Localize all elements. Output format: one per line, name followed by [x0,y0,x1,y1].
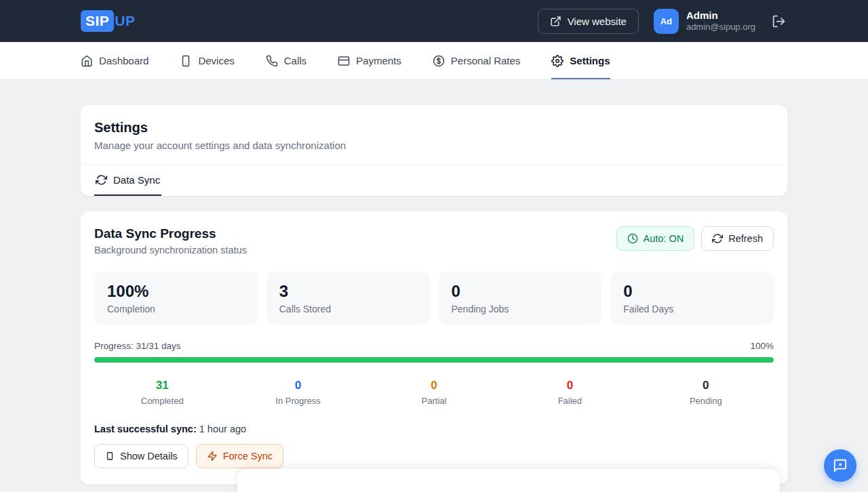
counter-label: Failed [502,396,637,406]
counter-value: 0 [366,379,502,392]
stat-label: Pending Jobs [452,304,589,314]
counter-value: 0 [638,379,774,392]
counter-label: In Progress [230,396,366,406]
counter-value: 0 [502,379,637,392]
tab-payments[interactable]: Payments [338,42,401,79]
counter-failed: 0 Failed [502,379,637,406]
refresh-label: Refresh [728,233,763,244]
credit-card-icon [338,55,350,67]
logo-secondary: UP [115,13,135,29]
tab-label: Settings [570,55,610,66]
data-sync-tab-label: Data Sync [113,174,160,186]
progress-bar [94,357,774,363]
stat-value: 3 [279,282,417,301]
home-icon [81,55,93,67]
stat-label: Completion [107,304,245,314]
counter-in-progress: 0 In Progress [230,379,366,406]
tab-devices[interactable]: Devices [180,42,234,79]
auto-sync-label: Auto: ON [644,233,684,244]
view-website-label: View website [568,16,627,27]
counter-partial: 0 Partial [366,379,502,406]
tab-label: Payments [356,55,401,66]
stat-failed-days: 0 Failed Days [610,272,774,325]
external-link-icon [550,16,561,27]
logo-primary: SIP [81,10,114,32]
page-title: Settings [94,120,774,136]
settings-tab-row: Data Sync [81,165,787,196]
app-logo[interactable]: SIP UP [81,10,136,32]
counter-pending: 0 Pending [638,379,774,406]
stat-value: 0 [452,282,589,301]
counter-label: Completed [94,396,230,406]
counter-label: Pending [638,396,774,406]
device-icon [105,451,115,461]
zap-icon [207,451,218,462]
clock-icon [627,233,638,244]
logout-icon [772,14,786,28]
tab-label: Devices [198,55,234,66]
auto-sync-toggle[interactable]: Auto: ON [616,226,695,251]
tab-calls[interactable]: Calls [266,42,307,79]
tab-data-sync[interactable]: Data Sync [94,165,161,196]
refresh-icon [712,233,723,244]
user-name: Admin [686,9,755,22]
counter-value: 0 [230,379,366,392]
day-counters: 31 Completed 0 In Progress 0 Partial 0 F… [94,379,774,406]
stat-value: 100% [107,282,245,301]
main-content: Settings Manage your account settings an… [0,80,868,485]
last-sync-value: 1 hour ago [199,424,246,434]
gear-icon [551,55,564,67]
counter-value: 31 [94,379,230,392]
stat-label: Calls Stored [279,304,417,314]
stat-value: 0 [623,282,761,301]
chat-bubble-icon [833,458,848,473]
tab-label: Personal Rates [451,55,521,66]
show-details-button[interactable]: Show Details [94,444,189,468]
tab-personal-rates[interactable]: Personal Rates [433,42,521,79]
sync-icon [96,174,107,186]
data-sync-progress-card: Data Sync Progress Background synchroniz… [81,211,787,485]
page-subtitle: Manage your account settings and data sy… [94,140,774,151]
stat-label: Failed Days [623,304,761,314]
user-email: admin@sipup.org [686,22,755,33]
stat-completion: 100% Completion [94,272,258,325]
stat-pending-jobs: 0 Pending Jobs [439,272,602,325]
progress-bar-fill [94,357,774,363]
smartphone-icon [180,55,192,67]
force-sync-button[interactable]: Force Sync [196,444,283,468]
tab-settings[interactable]: Settings [551,42,610,79]
main-nav: Dashboard Devices Calls Payments Persona… [0,42,868,80]
phone-icon [266,55,278,67]
counter-completed: 31 Completed [94,379,230,406]
last-sync-text: Last successful sync: 1 hour ago [94,424,774,434]
progress-label: Progress: 31/31 days [94,341,181,351]
counter-label: Partial [366,396,502,406]
avatar: Ad [654,9,679,34]
tab-dashboard[interactable]: Dashboard [81,42,149,79]
show-details-label: Show Details [120,451,178,462]
progress-percent: 100% [750,341,774,351]
tab-label: Calls [284,55,307,66]
last-sync-label: Last successful sync: [94,424,197,434]
stats-row: 100% Completion 3 Calls Stored 0 Pending… [94,272,774,325]
view-website-button[interactable]: View website [538,9,639,34]
force-sync-label: Force Sync [223,451,273,462]
user-chip[interactable]: Ad Admin admin@sipup.org [654,9,755,34]
refresh-button[interactable]: Refresh [701,226,774,251]
sync-progress-title: Data Sync Progress [94,226,247,241]
stat-calls-stored: 3 Calls Stored [267,272,430,325]
app-header: SIP UP View website Ad Admin admin@sipup… [0,0,868,42]
settings-card: Settings Manage your account settings an… [81,105,787,196]
logout-button[interactable] [770,13,787,30]
dollar-circle-icon [433,55,445,67]
bottom-sheet-popup[interactable] [237,469,780,492]
tab-label: Dashboard [99,55,149,66]
sync-progress-subtitle: Background synchronization status [94,245,247,255]
chat-fab-button[interactable] [824,449,856,482]
